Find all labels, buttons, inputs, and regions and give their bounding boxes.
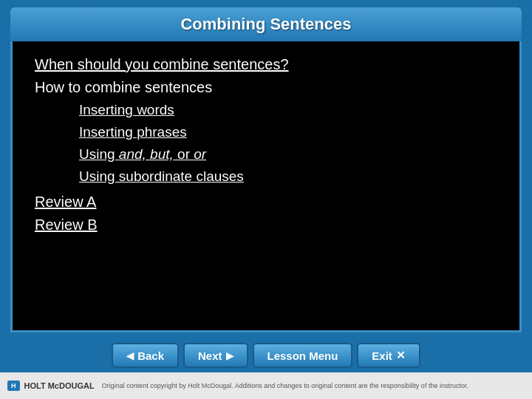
nav-item-using-and-but-or[interactable]: Using and, but, or or [79,146,497,163]
lesson-menu-button[interactable]: Lesson Menu [253,343,353,368]
next-button[interactable]: Next ▶ [183,343,248,368]
next-arrow-icon: ▶ [226,350,233,361]
brand-name: HOLT McDOUGAL [24,381,95,390]
nav-item-how: How to combine sentences [35,79,497,96]
bottom-bar: ◀ Back Next ▶ Lesson Menu Exit ✕ [0,338,532,372]
back-arrow-icon: ◀ [126,350,134,361]
nav-buttons: ◀ Back Next ▶ Lesson Menu Exit ✕ [10,343,522,368]
nav-item-using-subordinate-clauses[interactable]: Using subordinate clauses [79,168,497,185]
main-area: Combining Sentences When should you comb… [0,0,532,338]
exit-button[interactable]: Exit ✕ [357,343,420,368]
page-title: Combining Sentences [10,15,522,34]
nav-item-review-b[interactable]: Review B [35,216,497,233]
nav-item-when[interactable]: When should you combine sentences? [35,56,497,73]
title-bar: Combining Sentences [10,7,522,41]
content-box: When should you combine sentences? How t… [10,41,522,332]
exit-x-icon: ✕ [396,349,406,362]
nav-item-inserting-words[interactable]: Inserting words [79,102,497,118]
footer-bar: H HOLT McDOUGAL Original content copyrig… [0,372,532,399]
back-button[interactable]: ◀ Back [112,343,179,368]
footer-copyright: Original content copyright by Holt McDou… [102,382,468,389]
holt-logo-icon: H [7,381,20,391]
nav-item-inserting-phrases[interactable]: Inserting phrases [79,124,497,140]
footer-logo: H HOLT McDOUGAL [7,381,95,391]
nav-item-review-a[interactable]: Review A [35,194,497,211]
